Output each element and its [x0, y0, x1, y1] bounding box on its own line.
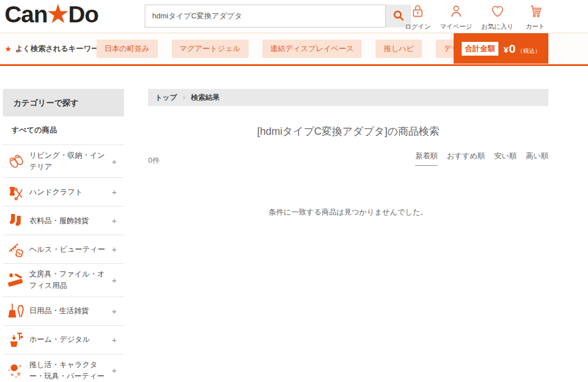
sidebar-item-daily-goods[interactable]: 日用品・生活雑貨 + — [3, 297, 124, 326]
cando-search-page: Can★Do — [0, 0, 588, 382]
keyword-tag[interactable]: 日本の町並み — [96, 40, 158, 58]
keyword-caption: ★ よく検索されるキーワード — [0, 44, 96, 54]
category-sidebar: カテゴリーで探す すべての商品 リビング・収納・インテリア + — [3, 89, 124, 382]
keyword-tag[interactable]: マグアートジェル — [172, 40, 249, 58]
cart-icon — [528, 3, 543, 21]
sort-options: 新着順 おすすめ順 安い順 高い順 — [415, 151, 548, 166]
cart-total-label: 合計金額 — [462, 42, 498, 56]
lock-icon — [410, 3, 425, 21]
sidebar-item-label: 推し活・キャラクター・玩具・パーティー — [29, 359, 109, 382]
beauty-icon — [3, 240, 29, 259]
cart-total-amount: ¥ 0 （税込） — [504, 42, 540, 56]
sidebar-item-all-products[interactable]: すべての商品 — [3, 116, 124, 145]
tax-note: （税込） — [517, 47, 540, 55]
result-count: 0件 — [148, 155, 160, 166]
mypage-button[interactable]: マイページ — [440, 3, 472, 31]
expand-plus-icon[interactable]: + — [109, 275, 119, 285]
breadcrumb: トップ › 検索結果 — [148, 89, 548, 106]
header-divider — [0, 64, 588, 66]
mypage-label: マイページ — [440, 22, 472, 31]
expand-plus-icon[interactable]: + — [109, 306, 119, 316]
search-form — [145, 5, 411, 28]
heart-icon — [490, 3, 505, 21]
site-logo[interactable]: Can★Do — [5, 1, 98, 28]
slippers-icon — [3, 152, 29, 170]
home-digital-icon — [3, 330, 29, 349]
sidebar-item-home-digital[interactable]: ホーム・デジタル + — [3, 326, 124, 354]
stationery-icon — [3, 271, 29, 289]
user-icon — [448, 3, 464, 21]
star-icon: ★ — [5, 44, 12, 53]
result-meta-row: 0件 新着順 おすすめ順 安い順 高い順 — [148, 151, 548, 166]
search-icon — [392, 9, 405, 24]
expand-plus-icon[interactable]: + — [109, 187, 119, 197]
sort-price-high[interactable]: 高い順 — [526, 151, 548, 166]
login-button[interactable]: ログイン — [405, 3, 431, 31]
category-list: すべての商品 リビング・収納・インテリア + — [3, 116, 124, 382]
sidebar-item-label: 衣料品・服飾雑貨 — [29, 215, 109, 227]
sort-newest[interactable]: 新着順 — [415, 151, 438, 166]
expand-plus-icon[interactable]: + — [109, 216, 119, 225]
expand-plus-icon[interactable]: + — [109, 244, 119, 254]
sort-price-low[interactable]: 安い順 — [494, 151, 516, 166]
keyword-caption-label: よく検索されるキーワード — [16, 44, 106, 54]
expand-plus-icon[interactable]: + — [109, 335, 119, 345]
sidebar-item-label: 日用品・生活雑貨 — [29, 305, 109, 317]
login-label: ログイン — [405, 22, 431, 31]
sidebar-item-stationery[interactable]: 文房具・ファイル・オフィス用品 + — [3, 264, 124, 297]
socks-icon — [3, 212, 29, 230]
daily-goods-icon — [3, 302, 29, 320]
keyword-tag[interactable]: 推しハピ — [376, 40, 422, 58]
hobby-icon — [3, 361, 29, 380]
sidebar-title: カテゴリーで探す — [3, 89, 124, 116]
cart-total-box[interactable]: 合計金額 ¥ 0 （税込） — [454, 33, 548, 64]
keyword-tags: 日本の町並み マグアートジェル 連結ディスプレイベース 推しハピ デザインペーパ… — [96, 40, 513, 58]
main-content: トップ › 検索結果 [hdmiタイプC変換アダプタ]の商品検索 0件 新着順 … — [148, 89, 548, 217]
keyword-tag[interactable]: 連結ディスプレイベース — [262, 40, 362, 58]
currency-symbol: ¥ — [504, 45, 508, 54]
empty-result-message: 条件に一致する商品は見つかりませんでした。 — [148, 207, 548, 217]
sidebar-item-oshikatsu-toys[interactable]: 推し活・キャラクター・玩具・パーティー + — [3, 354, 124, 382]
sidebar-item-label: 文房具・ファイル・オフィス用品 — [29, 268, 109, 291]
sidebar-item-living[interactable]: リビング・収納・インテリア + — [3, 145, 124, 178]
expand-plus-icon[interactable]: + — [109, 157, 119, 166]
sort-recommended[interactable]: おすすめ順 — [447, 151, 485, 166]
handcraft-icon — [3, 183, 29, 201]
sidebar-item-clothing[interactable]: 衣料品・服飾雑貨 + — [3, 206, 124, 235]
favorites-button[interactable]: お気に入り — [481, 3, 513, 31]
logo-text-right: Do — [68, 1, 99, 28]
logo-text-left: Can — [5, 1, 47, 28]
keyword-bar: ★ よく検索されるキーワード 日本の町並み マグアートジェル 連結ディスプレイベ… — [0, 33, 588, 64]
favorites-label: お気に入り — [481, 22, 513, 31]
sidebar-item-health-beauty[interactable]: ヘルス・ビューティー + — [3, 235, 124, 264]
sidebar-item-label: ホーム・デジタル — [29, 334, 109, 345]
header-nav: ログイン マイページ お気に入り — [405, 3, 548, 31]
search-result-title: [hdmiタイプC変換アダプタ]の商品検索 — [148, 124, 548, 138]
search-input[interactable] — [145, 5, 386, 28]
cart-button[interactable]: カート — [523, 3, 548, 31]
breadcrumb-current: 検索結果 — [191, 93, 219, 103]
sidebar-item-handcraft[interactable]: ハンドクラフト + — [3, 178, 124, 206]
sidebar-item-label: すべての商品 — [11, 124, 119, 136]
expand-plus-icon[interactable]: + — [109, 365, 119, 375]
sidebar-item-label: ヘルス・ビューティー — [29, 244, 109, 255]
total-amount-value: 0 — [509, 42, 516, 56]
breadcrumb-home[interactable]: トップ — [155, 93, 177, 103]
sidebar-item-label: リビング・収納・インテリア — [29, 150, 109, 173]
sidebar-item-label: ハンドクラフト — [29, 186, 109, 198]
logo-star-icon: ★ — [46, 1, 69, 27]
chevron-right-icon: › — [183, 93, 185, 102]
cart-label: カート — [525, 22, 545, 31]
header: Can★Do — [0, 0, 588, 33]
